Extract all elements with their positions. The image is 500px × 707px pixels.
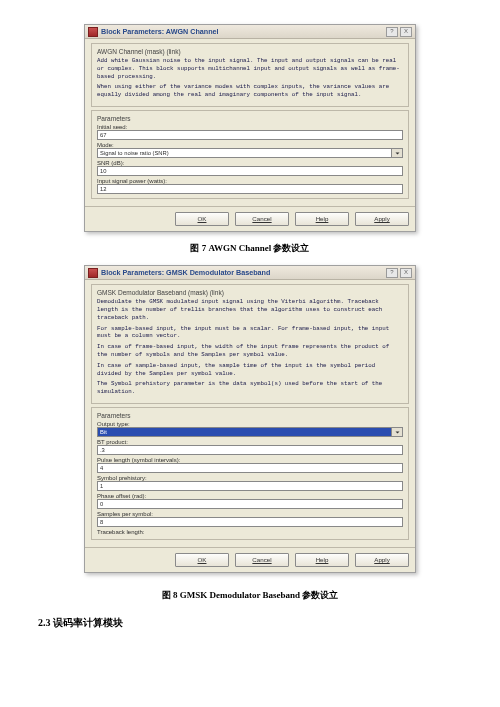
block-name: AWGN Channel (mask) (link) xyxy=(97,48,403,55)
ok-button[interactable]: OK xyxy=(175,553,229,567)
description-text: In case of sample-based input, the sampl… xyxy=(97,362,403,378)
button-bar: OK Cancel Help Apply xyxy=(85,547,415,572)
description-text: When using either of the variance modes … xyxy=(97,83,403,99)
app-icon xyxy=(88,268,98,278)
description-text: In case of frame-based input, the width … xyxy=(97,343,403,359)
traceback-length-label: Traceback length: xyxy=(97,529,403,535)
ok-button[interactable]: OK xyxy=(175,212,229,226)
apply-button[interactable]: Apply xyxy=(355,212,409,226)
input-power-input[interactable]: 12 xyxy=(97,184,403,194)
parameters-group: Parameters Output type: Bit BT product: … xyxy=(91,407,409,540)
help-button[interactable]: Help xyxy=(295,212,349,226)
mode-selected: Signal to noise ratio (SNR) xyxy=(98,149,391,157)
parameters-label: Parameters xyxy=(97,412,403,419)
block-name: GMSK Demodulator Baseband (mask) (link) xyxy=(97,289,403,296)
help-button[interactable]: Help xyxy=(295,553,349,567)
symbol-prehistory-input[interactable]: 1 xyxy=(97,481,403,491)
mode-dropdown[interactable]: Signal to noise ratio (SNR) xyxy=(97,148,403,158)
cancel-button[interactable]: Cancel xyxy=(235,212,289,226)
samples-per-symbol-input[interactable]: 8 xyxy=(97,517,403,527)
description-text: Demodulate the GMSK modulated input sign… xyxy=(97,298,403,321)
help-window-button[interactable]: ? xyxy=(386,268,398,278)
bt-product-input[interactable]: .3 xyxy=(97,445,403,455)
document-page: Block Parameters: AWGN Channel ? X AWGN … xyxy=(0,24,500,707)
initial-seed-input[interactable]: 67 xyxy=(97,130,403,140)
description-text: The Symbol prehistory parameter is the d… xyxy=(97,380,403,396)
figure-caption: 图 8 GMSK Demodulator Baseband 参数设立 xyxy=(38,589,462,602)
gmsk-dialog: Block Parameters: GMSK Demodulator Baseb… xyxy=(84,265,416,573)
output-type-dropdown[interactable]: Bit xyxy=(97,427,403,437)
titlebar[interactable]: Block Parameters: GMSK Demodulator Baseb… xyxy=(85,266,415,280)
window-title: Block Parameters: GMSK Demodulator Baseb… xyxy=(101,268,386,277)
dialog-body: AWGN Channel (mask) (link) Add white Gau… xyxy=(85,39,415,206)
window-buttons: ? X xyxy=(386,268,412,278)
parameters-label: Parameters xyxy=(97,115,403,122)
titlebar[interactable]: Block Parameters: AWGN Channel ? X xyxy=(85,25,415,39)
description-text: Add white Gaussian noise to the input si… xyxy=(97,57,403,80)
window-title: Block Parameters: AWGN Channel xyxy=(101,27,386,36)
section-heading: 2.3 误码率计算模块 xyxy=(38,616,462,630)
close-window-button[interactable]: X xyxy=(400,268,412,278)
dialog-body: GMSK Demodulator Baseband (mask) (link) … xyxy=(85,280,415,547)
button-bar: OK Cancel Help Apply xyxy=(85,206,415,231)
chevron-down-icon xyxy=(391,428,402,436)
figure-caption: 图 7 AWGN Channel 参数设立 xyxy=(38,242,462,255)
chevron-down-icon xyxy=(391,149,402,157)
description-group: GMSK Demodulator Baseband (mask) (link) … xyxy=(91,284,409,404)
parameters-group: Parameters Initial seed: 67 Mode: Signal… xyxy=(91,110,409,199)
pulse-length-input[interactable]: 4 xyxy=(97,463,403,473)
help-window-button[interactable]: ? xyxy=(386,27,398,37)
window-buttons: ? X xyxy=(386,27,412,37)
close-window-button[interactable]: X xyxy=(400,27,412,37)
output-type-selected: Bit xyxy=(98,428,391,436)
awgn-dialog: Block Parameters: AWGN Channel ? X AWGN … xyxy=(84,24,416,232)
phase-offset-input[interactable]: 0 xyxy=(97,499,403,509)
description-text: For sample-based input, the input must b… xyxy=(97,325,403,341)
description-group: AWGN Channel (mask) (link) Add white Gau… xyxy=(91,43,409,107)
apply-button[interactable]: Apply xyxy=(355,553,409,567)
snr-input[interactable]: 10 xyxy=(97,166,403,176)
app-icon xyxy=(88,27,98,37)
cancel-button[interactable]: Cancel xyxy=(235,553,289,567)
